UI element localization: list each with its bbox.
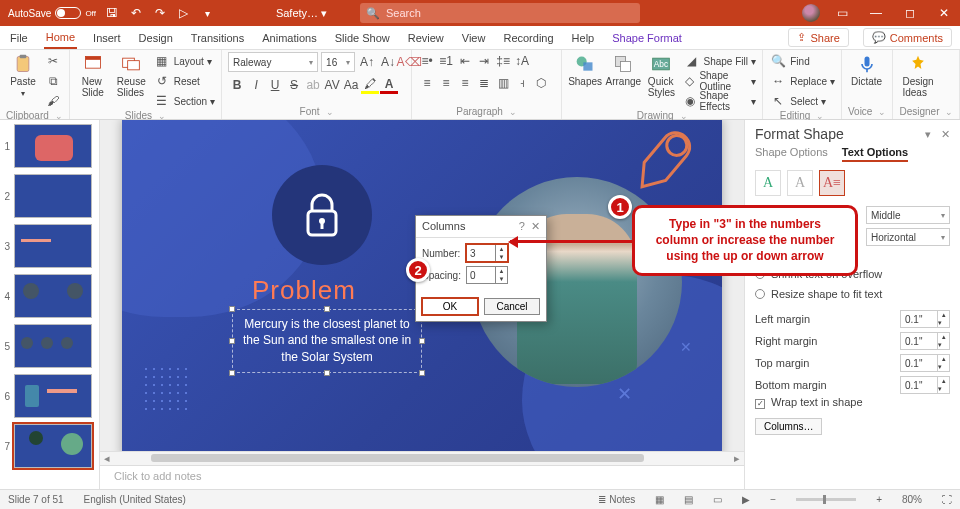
minimize-icon[interactable]: — bbox=[864, 1, 888, 25]
columns-icon[interactable]: ▥ bbox=[494, 74, 512, 92]
shadow-icon[interactable]: ab bbox=[304, 76, 322, 94]
pane-tab-shape-options[interactable]: Shape Options bbox=[755, 146, 828, 162]
decrease-font-icon[interactable]: A↓ bbox=[379, 53, 397, 71]
slide-body-textbox[interactable]: Mercury is the closest planet to the Sun… bbox=[232, 309, 422, 373]
columns-button[interactable]: Columns… bbox=[755, 418, 822, 435]
strikethrough-icon[interactable]: S bbox=[285, 76, 303, 94]
paste-button[interactable]: Paste▾ bbox=[6, 52, 40, 100]
qat-customize-icon[interactable]: ▾ bbox=[200, 5, 216, 21]
notes-toggle[interactable]: ≣ Notes bbox=[598, 494, 635, 505]
highlight-icon[interactable]: 🖍 bbox=[361, 76, 379, 94]
justify-icon[interactable]: ≣ bbox=[475, 74, 493, 92]
quick-styles-button[interactable]: AbcQuick Styles bbox=[644, 52, 678, 100]
increase-font-icon[interactable]: A↑ bbox=[358, 53, 376, 71]
fit-to-window-icon[interactable]: ⛶ bbox=[942, 494, 952, 505]
dialog-help-icon[interactable]: ? bbox=[519, 220, 525, 232]
search-input[interactable] bbox=[386, 7, 634, 19]
from-beginning-icon[interactable]: ▷ bbox=[176, 5, 192, 21]
select-button[interactable]: ↖Select ▾ bbox=[769, 92, 835, 110]
horizontal-scrollbar[interactable]: ◂ ▸ bbox=[100, 451, 744, 465]
thumbnail-3[interactable] bbox=[14, 224, 92, 268]
search-box[interactable]: 🔍 bbox=[360, 3, 640, 23]
maximize-icon[interactable]: ◻ bbox=[898, 1, 922, 25]
layout-button[interactable]: ▦Layout ▾ bbox=[153, 52, 215, 70]
pane-tab-text-options[interactable]: Text Options bbox=[842, 146, 908, 162]
right-margin-spin[interactable]: 0.1"▴▾ bbox=[900, 332, 950, 350]
text-direction-select[interactable]: Horizontal▾ bbox=[866, 228, 950, 246]
arrange-button[interactable]: Arrange bbox=[606, 52, 640, 89]
spacing-up-icon[interactable]: ▲ bbox=[496, 267, 507, 275]
slide-title[interactable]: Problem bbox=[252, 275, 356, 306]
find-button[interactable]: 🔍Find bbox=[769, 52, 835, 70]
pane-close-icon[interactable]: ✕ bbox=[941, 128, 950, 141]
spacing-spinner[interactable]: 0 ▲▼ bbox=[466, 266, 508, 284]
increase-indent-icon[interactable]: ⇥ bbox=[475, 52, 493, 70]
thumbnail-1[interactable] bbox=[14, 124, 92, 168]
design-ideas-button[interactable]: Design Ideas bbox=[899, 52, 936, 100]
thumbnail-panel[interactable]: 1 2 3 4 5 6 7 bbox=[0, 120, 100, 489]
ok-button[interactable]: OK bbox=[422, 298, 478, 315]
thumbnail-6[interactable] bbox=[14, 374, 92, 418]
underline-icon[interactable]: U bbox=[266, 76, 284, 94]
tab-design[interactable]: Design bbox=[137, 28, 175, 48]
format-painter-icon[interactable]: 🖌 bbox=[44, 92, 62, 110]
text-effects-icon[interactable]: A bbox=[787, 170, 813, 196]
thumbnail-7[interactable] bbox=[14, 424, 92, 468]
dictate-button[interactable]: Dictate bbox=[848, 52, 885, 89]
italic-icon[interactable]: I bbox=[247, 76, 265, 94]
thumbnail-5[interactable] bbox=[14, 324, 92, 368]
shape-fill-button[interactable]: ◢Shape Fill ▾ bbox=[682, 52, 756, 70]
pane-menu-icon[interactable]: ▾ bbox=[925, 128, 931, 141]
ribbon-display-icon[interactable]: ▭ bbox=[830, 1, 854, 25]
numbering-icon[interactable]: ≡1 bbox=[437, 52, 455, 70]
left-margin-spin[interactable]: 0.1"▴▾ bbox=[900, 310, 950, 328]
shape-outline-button[interactable]: ◇Shape Outline ▾ bbox=[682, 72, 756, 90]
comments-button[interactable]: 💬Comments bbox=[863, 28, 952, 47]
close-icon[interactable]: ✕ bbox=[932, 1, 956, 25]
view-slideshow-icon[interactable]: ▶ bbox=[742, 494, 750, 505]
tab-home[interactable]: Home bbox=[44, 27, 77, 49]
autosave-toggle[interactable]: AutoSave Off bbox=[8, 7, 96, 19]
notes-area[interactable]: Click to add notes bbox=[100, 465, 744, 489]
redo-icon[interactable]: ↷ bbox=[152, 5, 168, 21]
align-right-icon[interactable]: ≡ bbox=[456, 74, 474, 92]
cut-icon[interactable]: ✂ bbox=[44, 52, 62, 70]
tab-slide-show[interactable]: Slide Show bbox=[333, 28, 392, 48]
reuse-slides-button[interactable]: Reuse Slides bbox=[114, 52, 149, 100]
share-button[interactable]: ⇪Share bbox=[788, 28, 848, 47]
view-sorter-icon[interactable]: ▤ bbox=[684, 494, 693, 505]
copy-icon[interactable]: ⧉ bbox=[44, 72, 62, 90]
line-spacing-icon[interactable]: ‡≡ bbox=[494, 52, 512, 70]
dialog-close-icon[interactable]: ✕ bbox=[531, 220, 540, 232]
change-case-icon[interactable]: Aa bbox=[342, 76, 360, 94]
char-spacing-icon[interactable]: AV bbox=[323, 76, 341, 94]
wrap-text-checkbox[interactable]: ✓Wrap text in shape bbox=[755, 396, 950, 418]
text-fill-outline-icon[interactable]: A bbox=[755, 170, 781, 196]
tab-recording[interactable]: Recording bbox=[501, 28, 555, 48]
align-center-icon[interactable]: ≡ bbox=[437, 74, 455, 92]
view-normal-icon[interactable]: ▦ bbox=[655, 494, 664, 505]
align-text-icon[interactable]: ⫞ bbox=[513, 74, 531, 92]
autofit-option-resize[interactable]: Resize shape to fit text bbox=[755, 288, 950, 308]
language-status[interactable]: English (United States) bbox=[84, 494, 186, 505]
decrease-indent-icon[interactable]: ⇤ bbox=[456, 52, 474, 70]
tab-view[interactable]: View bbox=[460, 28, 488, 48]
zoom-level[interactable]: 80% bbox=[902, 494, 922, 505]
replace-button[interactable]: ↔Replace ▾ bbox=[769, 72, 835, 90]
view-reading-icon[interactable]: ▭ bbox=[713, 494, 722, 505]
smartart-icon[interactable]: ⬡ bbox=[532, 74, 550, 92]
font-name-select[interactable]: Raleway▾ bbox=[228, 52, 318, 72]
shape-effects-button[interactable]: ◉Shape Effects ▾ bbox=[682, 92, 756, 110]
undo-icon[interactable]: ↶ bbox=[128, 5, 144, 21]
number-down-icon[interactable]: ▼ bbox=[496, 253, 507, 261]
section-button[interactable]: ☰Section ▾ bbox=[153, 92, 215, 110]
cancel-button[interactable]: Cancel bbox=[484, 298, 540, 315]
reset-button[interactable]: ↺Reset bbox=[153, 72, 215, 90]
font-size-select[interactable]: 16▾ bbox=[321, 52, 355, 72]
tab-shape-format[interactable]: Shape Format bbox=[610, 28, 684, 48]
tab-transitions[interactable]: Transitions bbox=[189, 28, 246, 48]
valign-select[interactable]: Middle▾ bbox=[866, 206, 950, 224]
user-avatar[interactable] bbox=[802, 4, 820, 22]
tab-insert[interactable]: Insert bbox=[91, 28, 123, 48]
zoom-in-icon[interactable]: + bbox=[876, 494, 882, 505]
